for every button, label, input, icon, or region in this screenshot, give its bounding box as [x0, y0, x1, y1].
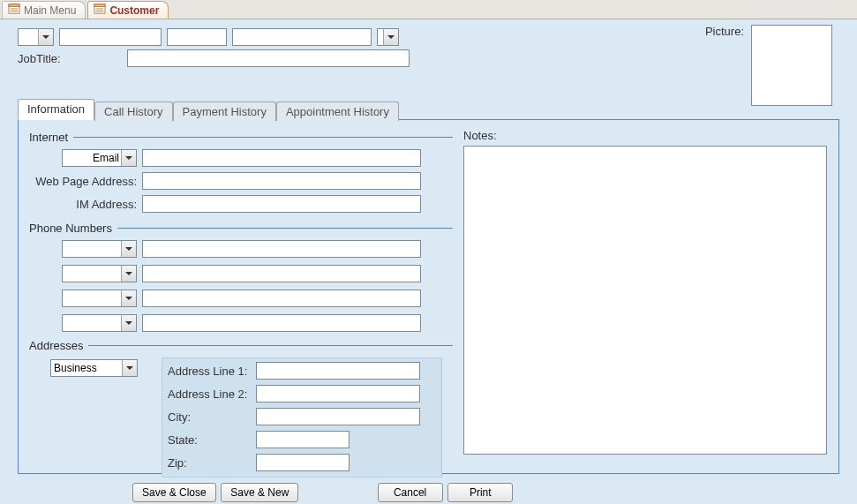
title-input[interactable] — [19, 29, 38, 45]
chevron-down-icon[interactable] — [121, 150, 136, 166]
phone-input[interactable] — [142, 290, 421, 307]
middle-name-input[interactable] — [167, 28, 227, 46]
address-zip-row: Zip: — [168, 454, 436, 471]
group-title: Internet — [29, 131, 68, 144]
chevron-down-icon[interactable] — [121, 241, 136, 257]
tab-appointment-history[interactable]: Appointment History — [276, 102, 399, 121]
webpage-row: Web Page Address: — [29, 172, 453, 190]
bottom-bar: Save & Close Save & New Cancel Print — [18, 478, 839, 502]
detail-tabs: Information Call History Payment History… — [18, 99, 839, 474]
phone-row — [29, 240, 453, 258]
address-city-input[interactable] — [256, 408, 420, 425]
chevron-down-icon[interactable] — [122, 360, 137, 376]
tab-rule — [441, 119, 839, 120]
webpage-label: Web Page Address: — [29, 175, 142, 188]
save-close-button[interactable]: Save & Close — [132, 483, 216, 502]
divider — [88, 345, 453, 346]
notes-textarea[interactable] — [463, 146, 827, 455]
chevron-down-icon[interactable] — [121, 266, 136, 282]
phone-type-input[interactable] — [63, 266, 121, 282]
phone-type-combo[interactable] — [62, 290, 137, 307]
email-type-cell — [29, 149, 142, 167]
right-column: Notes: — [463, 129, 828, 455]
nav-tab-customer[interactable]: Customer — [87, 1, 169, 19]
address-line1-row: Address Line 1: — [168, 362, 436, 380]
group-title: Phone Numbers — [29, 222, 112, 235]
phone-input[interactable] — [142, 240, 421, 258]
phone-rows — [29, 240, 453, 332]
tab-label: Appointment History — [286, 105, 389, 118]
tab-information[interactable]: Information — [18, 99, 94, 120]
address-zip-input[interactable] — [256, 454, 350, 471]
customer-form: Picture: JobTitle: Information Call Hist… — [0, 19, 857, 504]
form-icon — [94, 4, 106, 17]
phone-input[interactable] — [142, 314, 421, 332]
document-tabs: Main Menu Customer — [0, 0, 857, 19]
button-label: Save & Close — [142, 486, 207, 499]
detail-tabs-header: Information Call History Payment History… — [18, 99, 839, 120]
address-state-label: State: — [168, 433, 256, 447]
im-row: IM Address: — [29, 195, 453, 213]
phone-type-input[interactable] — [63, 315, 121, 331]
group-phone: Phone Numbers — [29, 222, 453, 235]
address-panel: Address Line 1: Address Line 2: City: — [162, 357, 442, 478]
group-title: Addresses — [29, 339, 83, 352]
first-name-input[interactable] — [59, 28, 162, 46]
address-line2-input[interactable] — [256, 385, 420, 402]
print-button[interactable]: Print — [447, 483, 513, 502]
webpage-input[interactable] — [142, 172, 421, 190]
tab-call-history[interactable]: Call History — [94, 102, 172, 121]
address-type-combo[interactable] — [50, 359, 138, 377]
cancel-button[interactable]: Cancel — [378, 483, 443, 502]
notes-label: Notes: — [463, 129, 828, 142]
button-label: Save & New — [230, 486, 289, 499]
jobtitle-input[interactable] — [127, 49, 410, 67]
address-type-input[interactable] — [51, 360, 122, 376]
chevron-down-icon[interactable] — [38, 29, 53, 45]
form-icon — [8, 4, 20, 17]
nav-tab-main-menu[interactable]: Main Menu — [2, 1, 86, 19]
tab-label: Call History — [104, 105, 162, 118]
picture-box[interactable] — [751, 25, 832, 106]
email-type-combo[interactable] — [62, 149, 137, 167]
picture-label: Picture: — [705, 25, 744, 38]
divider — [117, 228, 453, 229]
email-input[interactable] — [142, 149, 421, 167]
phone-type-cell — [29, 290, 142, 307]
phone-type-combo[interactable] — [62, 265, 137, 282]
address-state-input[interactable] — [256, 431, 350, 448]
tab-payment-history[interactable]: Payment History — [173, 102, 276, 121]
last-name-input[interactable] — [232, 28, 372, 46]
email-row — [29, 149, 453, 167]
chevron-down-icon[interactable] — [121, 290, 136, 306]
phone-type-combo[interactable] — [62, 314, 137, 332]
svg-rect-5 — [94, 4, 105, 7]
address-zip-label: Zip: — [168, 456, 256, 470]
nav-tab-label: Main Menu — [24, 4, 76, 17]
phone-row — [29, 290, 453, 307]
chevron-down-icon[interactable] — [121, 315, 136, 331]
left-column: Internet Web Page Address: — [29, 129, 453, 478]
save-new-button[interactable]: Save & New — [221, 483, 298, 502]
phone-type-cell — [29, 265, 142, 282]
suffix-combo[interactable] — [377, 28, 399, 46]
phone-type-combo[interactable] — [62, 240, 137, 258]
button-label: Print — [470, 486, 492, 499]
tab-label: Payment History — [183, 105, 267, 118]
phone-type-input[interactable] — [63, 290, 121, 306]
title-combo[interactable] — [18, 28, 54, 46]
email-type-input[interactable] — [63, 150, 121, 166]
chevron-down-icon[interactable] — [383, 29, 398, 45]
phone-type-input[interactable] — [63, 241, 121, 257]
divider — [73, 137, 453, 138]
address-city-label: City: — [168, 410, 256, 424]
im-label: IM Address: — [29, 198, 142, 211]
phone-input[interactable] — [142, 265, 421, 282]
address-state-row: State: — [168, 431, 436, 448]
group-addresses: Addresses — [29, 339, 453, 352]
phone-type-cell — [29, 240, 142, 258]
address-line1-input[interactable] — [256, 362, 420, 380]
button-label: Cancel — [394, 486, 426, 499]
im-input[interactable] — [142, 195, 421, 213]
picture-area: Picture: — [705, 25, 832, 106]
